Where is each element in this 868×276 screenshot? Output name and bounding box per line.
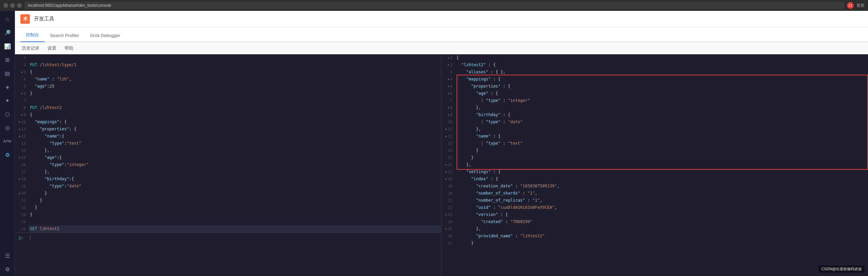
- result-line-num-20: 20: [442, 190, 455, 197]
- result-line-content-14: }: [455, 147, 868, 154]
- result-line-12: ▾12 "name" : {: [442, 133, 868, 140]
- line-number-22: 22: [15, 204, 29, 211]
- right-result-panel[interactable]: ▾1 { ▾2 "lzhtest2" : { 3 "aliases" : { }…: [442, 54, 868, 276]
- line-number-21: 21: [15, 197, 29, 204]
- result-line-4: ▾4 "mappings" : {: [442, 76, 868, 83]
- result-line-16: ▾16 },: [442, 161, 868, 168]
- result-line-num-7: 7: [442, 97, 455, 104]
- left-editor-panel[interactable]: 1 2 PUT /lzhtest/type/1 ▾3 { 4 "name" : …: [15, 54, 442, 276]
- browser-back[interactable]: [3, 3, 8, 8]
- line-number-4: 4: [15, 76, 29, 83]
- result-line-num-16: ▾16: [442, 161, 455, 168]
- run-options-button[interactable]: ⋮: [27, 235, 34, 241]
- editor-line-9: ▾9 {: [15, 111, 441, 118]
- sidebar-icon-graph[interactable]: ⬡: [0, 107, 15, 121]
- editor-line-22: 22 }: [15, 204, 441, 211]
- editor-line-5: 5 "age":25: [15, 83, 441, 90]
- toolbar: 历史记录 设置 帮助: [15, 42, 868, 54]
- browser-refresh[interactable]: [17, 3, 22, 8]
- result-line-8: ▾8 },: [442, 104, 868, 111]
- result-line-content-25: },: [455, 225, 868, 233]
- sidebar-icon-apm[interactable]: APM: [0, 134, 15, 148]
- result-line-content-24: "created" : "7060199": [455, 218, 868, 225]
- line-number-11: ▾11: [15, 126, 29, 133]
- toolbar-history-btn[interactable]: 历史记录: [20, 44, 41, 52]
- toolbar-help-btn[interactable]: 帮助: [63, 44, 75, 52]
- editor-line-19: 19 "type":"date": [15, 183, 441, 190]
- result-line-9: ▾9 "birthday" : {: [442, 111, 868, 118]
- result-line-content-19: "creation_date" : "1658307509139",: [455, 183, 868, 190]
- tab-search-profiler[interactable]: Search Profiler: [44, 30, 85, 42]
- line-number-25: 25: [15, 225, 29, 233]
- result-line-num-22: 22: [442, 204, 455, 211]
- result-line-content-2: "lzhtest2" : {: [455, 61, 868, 69]
- sidebar-icon-ml[interactable]: ✦: [0, 94, 15, 107]
- line-content-5: "age":25: [29, 83, 441, 90]
- tab-console[interactable]: 控制台: [20, 29, 44, 42]
- result-line-num-27: 27: [442, 240, 455, 247]
- result-line-content-9: "birthday" : {: [455, 111, 868, 118]
- main-content: 术 开发工具 控制台 Search Profiler Grok Debugger…: [15, 11, 868, 276]
- editor-input-bar: ▷ ⋮: [15, 233, 441, 242]
- sidebar-icon-home[interactable]: ⌂: [0, 12, 15, 26]
- result-line-10: 10 | "type" : "date": [442, 118, 868, 126]
- line-number-23: 23: [15, 211, 29, 218]
- address-bar[interactable]: localhost:5601/app/kibana#/dev_tools/con…: [24, 2, 844, 9]
- result-line-num-14: 14: [442, 147, 455, 154]
- result-line-content-3: "aliases" : { },: [455, 69, 868, 76]
- sidebar-icon-maps[interactable]: ◈: [0, 80, 15, 94]
- tab-grok-debugger[interactable]: Grok Debugger: [85, 30, 126, 42]
- sidebar-icon-observability[interactable]: ◎: [0, 121, 15, 134]
- line-content-22: }: [29, 204, 441, 211]
- sidebar-icon-stack[interactable]: ☰: [0, 249, 15, 262]
- sidebar-icon-visualize[interactable]: 📊: [0, 39, 15, 53]
- line-number-16: 16: [15, 161, 29, 168]
- browser-forward[interactable]: [10, 3, 15, 8]
- line-number-2: 2: [15, 61, 29, 69]
- result-line-content-10: | "type" : "date": [455, 118, 868, 126]
- result-line-num-18: ▾18: [442, 176, 455, 183]
- browser-update-btn[interactable]: 更新: [856, 3, 865, 8]
- editor-line-2: 2 PUT /lzhtest/type/1: [15, 61, 441, 69]
- editor-line-4: 4 "name" : "lzh",: [15, 76, 441, 83]
- result-line-num-17: ▾17: [442, 168, 455, 176]
- result-line-content-18: "index" : {: [455, 176, 868, 183]
- result-line-content-8: },: [455, 104, 868, 111]
- line-number-9: ▾9: [15, 111, 29, 118]
- line-content-6: }: [29, 90, 441, 97]
- sidebar-icon-dev-tools[interactable]: ⚙: [0, 148, 15, 162]
- result-line-content-7: | "type" : "integer": [455, 97, 868, 104]
- browser-controls: [3, 3, 22, 8]
- line-number-5: 5: [15, 83, 29, 90]
- editor-line-7: 7: [15, 97, 441, 104]
- sidebar-icon-settings[interactable]: ⚙: [0, 262, 15, 276]
- run-button[interactable]: ▷: [18, 234, 24, 241]
- result-line-num-10: 10: [442, 118, 455, 126]
- app-title: 开发工具: [34, 16, 54, 22]
- result-line-num-15: 15: [442, 154, 455, 161]
- result-line-content-22: "uuid" : "cuaDldm1Ri62o8FeX9CEA",: [455, 204, 868, 211]
- editor-line-23: 23 }: [15, 211, 441, 218]
- line-number-13: 13: [15, 140, 29, 147]
- sidebar-icon-discover[interactable]: 🔎: [0, 26, 15, 39]
- line-content-18: "birthday":{: [29, 176, 441, 183]
- browser-actions: 21 更新: [847, 2, 865, 9]
- toolbar-settings-btn[interactable]: 设置: [46, 44, 58, 52]
- sidebar-icon-canvas[interactable]: ▤: [0, 67, 15, 80]
- result-line-content-16: },: [455, 161, 868, 168]
- result-line-num-13: 13: [442, 140, 455, 147]
- result-line-content-27: }: [455, 240, 868, 247]
- result-line-18: ▾18 "index" : {: [442, 176, 868, 183]
- result-line-content-26: "provided_name" : "lzhtest2": [455, 233, 868, 240]
- line-content-3: {: [29, 69, 441, 76]
- result-line-num-21: 21: [442, 197, 455, 204]
- sidebar-icon-dashboard[interactable]: ⊞: [0, 53, 15, 67]
- result-line-content-20: "number_of_shards" : "1",: [455, 190, 868, 197]
- app-container: ⌂ 🔎 📊 ⊞ ▤ ◈ ✦ ⬡ ◎ APM ⚙ ☰ ⚙ 术 开发工具 控制台 S…: [0, 11, 868, 276]
- result-line-7: 7 | "type" : "integer": [442, 97, 868, 104]
- line-content-24: [29, 218, 441, 225]
- result-line-11: ▾11 },: [442, 126, 868, 133]
- result-line-content-17: "settings" : {: [455, 168, 868, 176]
- result-line-num-19: 19: [442, 183, 455, 190]
- result-line-14: 14 }: [442, 147, 868, 154]
